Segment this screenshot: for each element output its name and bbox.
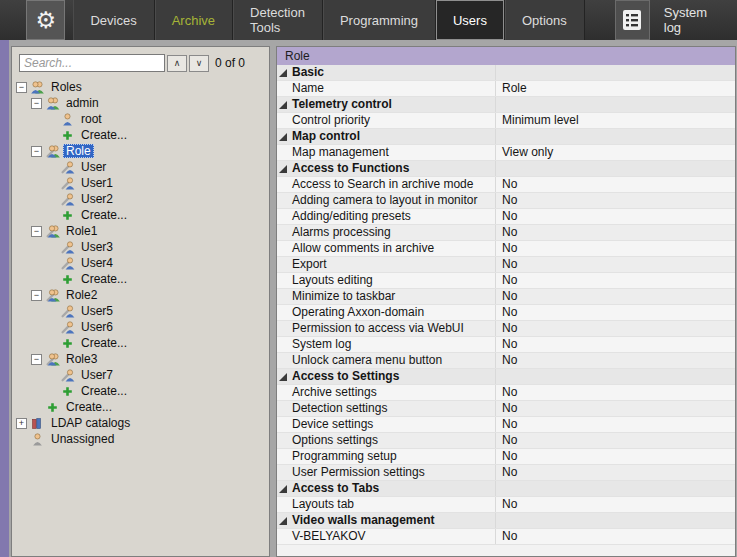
tree-item-label[interactable]: User: [78, 160, 109, 174]
tab-programming[interactable]: Programming: [323, 0, 436, 40]
tree-item-label[interactable]: User3: [78, 240, 116, 254]
property-value[interactable]: No: [495, 225, 735, 240]
property-value[interactable]: No: [495, 385, 735, 400]
tree-item-label[interactable]: Create...: [78, 272, 130, 286]
tree-item[interactable]: −admin: [12, 95, 269, 111]
tree-expander-minus[interactable]: −: [31, 146, 42, 157]
tree-item[interactable]: −Role3: [12, 351, 269, 367]
tree-item-label[interactable]: Role2: [63, 288, 100, 302]
tree-item-label[interactable]: User4: [78, 256, 116, 270]
tree-item[interactable]: Create...: [12, 399, 269, 415]
property-group-header[interactable]: Map control: [277, 129, 735, 145]
tree-item-label[interactable]: Create...: [63, 400, 115, 414]
tree-item[interactable]: −Role1: [12, 223, 269, 239]
tree-item-label[interactable]: Role3: [63, 352, 100, 366]
tree-item[interactable]: User1: [12, 175, 269, 191]
tree-item[interactable]: User6: [12, 319, 269, 335]
search-next-button[interactable]: ∨: [189, 55, 209, 72]
property-group-header[interactable]: Access to Settings: [277, 369, 735, 385]
tree-item[interactable]: User7: [12, 367, 269, 383]
property-value[interactable]: No: [495, 497, 735, 512]
tree-indent: [12, 375, 46, 376]
property-value[interactable]: No: [495, 449, 735, 464]
tree-item[interactable]: Create...: [12, 383, 269, 399]
tree-item[interactable]: User2: [12, 191, 269, 207]
tree-item[interactable]: User3: [12, 239, 269, 255]
property-value[interactable]: No: [495, 321, 735, 336]
tab-detection-tools[interactable]: Detection Tools: [233, 0, 323, 40]
tree-expander-minus[interactable]: −: [31, 290, 42, 301]
tree-item[interactable]: −Role2: [12, 287, 269, 303]
tree-item-label[interactable]: User1: [78, 176, 116, 190]
tree-item-label[interactable]: Create...: [78, 384, 130, 398]
row-gutter: [277, 305, 290, 320]
tree-item-label[interactable]: Unassigned: [48, 432, 117, 446]
property-value[interactable]: No: [495, 257, 735, 272]
tree-item[interactable]: User4: [12, 255, 269, 271]
tree-item-label[interactable]: Role1: [63, 224, 100, 238]
tree-item[interactable]: Create...: [12, 271, 269, 287]
tree-expander-minus[interactable]: −: [31, 98, 42, 109]
property-value[interactable]: No: [495, 433, 735, 448]
tree-item[interactable]: −Roles: [12, 79, 269, 95]
tree-item[interactable]: Create...: [12, 127, 269, 143]
search-prev-button[interactable]: ∧: [167, 55, 187, 72]
property-group-header[interactable]: Access to Tabs: [277, 481, 735, 497]
tab-options[interactable]: Options: [505, 0, 585, 40]
property-value[interactable]: No: [495, 193, 735, 208]
property-value[interactable]: No: [495, 529, 735, 544]
property-group-header[interactable]: Basic: [277, 65, 735, 81]
tree-item[interactable]: Create...: [12, 207, 269, 223]
property-value[interactable]: No: [495, 273, 735, 288]
tree-item-label[interactable]: Role: [63, 144, 94, 158]
property-name: V-BELYAKOV: [290, 529, 495, 544]
property-value[interactable]: No: [495, 241, 735, 256]
property-value[interactable]: Minimum level: [495, 113, 735, 128]
property-value[interactable]: No: [495, 401, 735, 416]
tree-item-label[interactable]: root: [78, 112, 105, 126]
tree-item-label[interactable]: User7: [78, 368, 116, 382]
property-group-header[interactable]: Access to Functions: [277, 161, 735, 177]
group-value-filler: [495, 129, 735, 144]
property-value[interactable]: No: [495, 289, 735, 304]
tree-item-label[interactable]: User2: [78, 192, 116, 206]
property-group-header[interactable]: Video walls management: [277, 513, 735, 529]
tree-item[interactable]: root: [12, 111, 269, 127]
tree-item-label[interactable]: User5: [78, 304, 116, 318]
tree-item[interactable]: User: [12, 159, 269, 175]
property-value[interactable]: No: [495, 337, 735, 352]
property-value[interactable]: No: [495, 465, 735, 480]
property-value[interactable]: No: [495, 305, 735, 320]
tab-archive[interactable]: Archive: [155, 0, 233, 40]
property-name: Permission to access via WebUI: [290, 321, 495, 336]
tab-bar: DevicesArchiveDetection ToolsProgramming…: [73, 0, 584, 40]
property-value[interactable]: No: [495, 209, 735, 224]
tree-item[interactable]: +LDAP catalogs: [12, 415, 269, 431]
tree-item[interactable]: Create...: [12, 335, 269, 351]
tree-item-label[interactable]: admin: [63, 96, 102, 110]
tree-expander-minus[interactable]: −: [16, 82, 27, 93]
tab-users[interactable]: Users: [436, 0, 505, 40]
search-input[interactable]: [19, 54, 165, 72]
tree-item-label[interactable]: Create...: [78, 208, 130, 222]
tab-devices[interactable]: Devices: [73, 0, 154, 40]
tree-item-label[interactable]: Create...: [78, 128, 130, 142]
property-value[interactable]: No: [495, 177, 735, 192]
property-value[interactable]: No: [495, 417, 735, 432]
tree-item-label[interactable]: Create...: [78, 336, 130, 350]
tree-item-label[interactable]: LDAP catalogs: [48, 416, 133, 430]
tree-expander-minus[interactable]: −: [31, 354, 42, 365]
tree-item[interactable]: −Role: [12, 143, 269, 159]
tree-item-label[interactable]: Roles: [48, 80, 85, 94]
property-group-header[interactable]: Telemetry control: [277, 97, 735, 113]
tree-expander-minus[interactable]: −: [31, 226, 42, 237]
system-log-button[interactable]: System log: [615, 0, 737, 40]
property-value[interactable]: View only: [495, 145, 735, 160]
settings-gear-button[interactable]: ⚙: [26, 0, 65, 40]
tree-expander-plus[interactable]: +: [16, 418, 27, 429]
property-value[interactable]: Role: [495, 81, 735, 96]
tree-item[interactable]: Unassigned: [12, 431, 269, 447]
property-value[interactable]: No: [495, 353, 735, 368]
tree-item-label[interactable]: User6: [78, 320, 116, 334]
tree-item[interactable]: User5: [12, 303, 269, 319]
